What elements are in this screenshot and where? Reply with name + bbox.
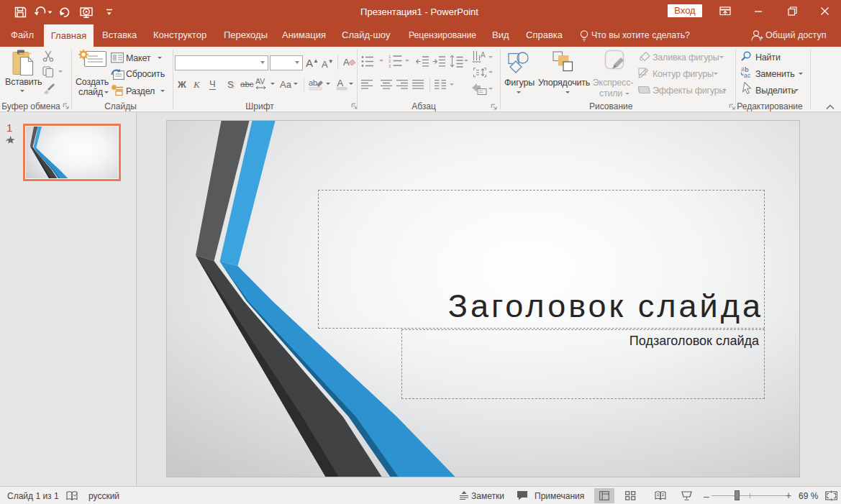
svg-text:3: 3 <box>388 64 391 68</box>
svg-text:1: 1 <box>388 55 391 59</box>
svg-text:c: c <box>747 72 751 78</box>
svg-text:А: А <box>481 51 486 59</box>
svg-text:А: А <box>337 78 344 88</box>
svg-text:А: А <box>343 57 350 68</box>
svg-text:AV: AV <box>255 78 265 86</box>
svg-text:2: 2 <box>388 59 391 63</box>
svg-text:ab: ab <box>309 78 317 87</box>
